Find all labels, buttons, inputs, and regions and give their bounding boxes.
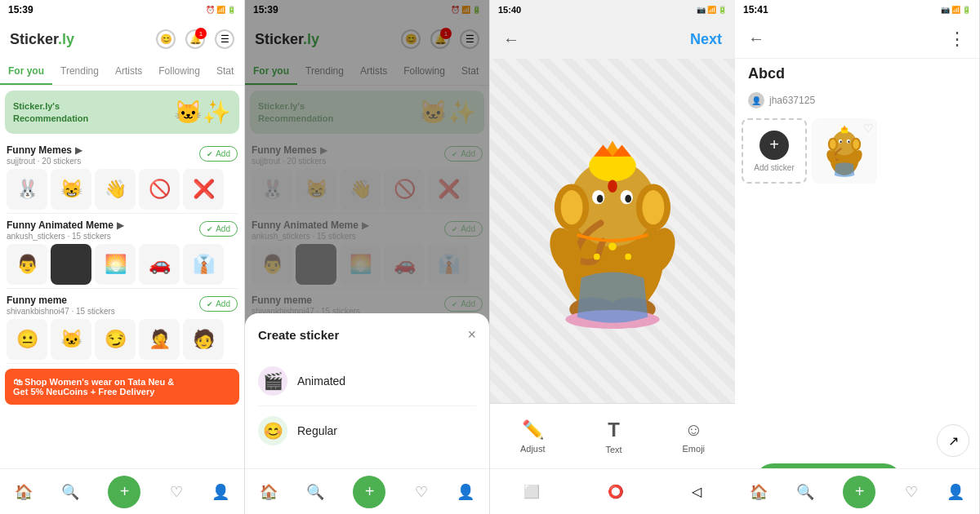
modal-close-button[interactable]: × bbox=[467, 326, 476, 343]
tab-trending[interactable]: Trending bbox=[52, 59, 107, 85]
sticker-thumb-3d[interactable]: 🤦 bbox=[139, 319, 180, 360]
sticker-thumb-2c[interactable]: 🌅 bbox=[95, 244, 136, 285]
nav-add-1[interactable]: + bbox=[108, 476, 140, 508]
add-btn-2[interactable]: Add bbox=[199, 221, 238, 237]
pack-author-2: ankush_stickers bbox=[7, 232, 65, 241]
rec-content: Sticker.ly'sRecommendation bbox=[13, 100, 88, 124]
nav-home-4[interactable]: 🏠 bbox=[750, 483, 768, 501]
nav-search-4[interactable]: 🔍 bbox=[796, 483, 814, 501]
sticker-row-1: 🐰 😸 👋 🚫 ❌ bbox=[7, 169, 238, 210]
nav-profile-4[interactable]: 👤 bbox=[947, 483, 964, 501]
emoji-tool[interactable]: ☺️ Emoji bbox=[683, 419, 706, 454]
svg-point-30 bbox=[853, 140, 859, 149]
nav-search-2[interactable]: 🔍 bbox=[306, 483, 324, 501]
scroll-content-1: Sticker.ly'sRecommendation 🐱✨ Funny Meme… bbox=[0, 86, 244, 514]
sticker-thumb-3b[interactable]: 🐱 bbox=[51, 319, 91, 360]
sticker-thumb-1b[interactable]: 😸 bbox=[51, 169, 91, 210]
sticker-thumb-1e[interactable]: ❌ bbox=[183, 169, 224, 210]
text-icon: T bbox=[608, 419, 620, 441]
author-avatar: 👤 bbox=[748, 92, 764, 109]
sticker-thumb-1a[interactable]: 🐰 bbox=[7, 169, 47, 210]
pack-info-2: Funny Animated Meme ▶ ankush_stickers · … bbox=[7, 217, 124, 241]
sticker-thumb-2d[interactable]: 🚗 bbox=[139, 244, 180, 285]
sticker-row-3: 😐 🐱 😏 🤦 🧑 bbox=[7, 319, 238, 360]
add-sticker-cell[interactable]: + Add sticker bbox=[742, 118, 807, 184]
sticker-thumb-3a[interactable]: 😐 bbox=[7, 319, 47, 360]
emoji-icon: ☺️ bbox=[684, 419, 702, 441]
sticker-thumb-1d[interactable]: 🚫 bbox=[139, 169, 180, 210]
signal-icon-4: 📶 bbox=[951, 6, 960, 14]
animated-option[interactable]: 🎬 Animated bbox=[258, 357, 476, 406]
more-menu-4[interactable]: ⋮ bbox=[948, 29, 966, 50]
pack-detail-header: ← ⋮ bbox=[735, 20, 979, 59]
nav-add-2[interactable]: + bbox=[353, 476, 385, 508]
heart-icon-1[interactable]: ♡ bbox=[863, 122, 874, 135]
emoji-label: Emoji bbox=[683, 444, 706, 454]
stickers-grid: + Add sticker ♡ bbox=[735, 112, 979, 457]
sticker-cell-1[interactable]: ♡ bbox=[812, 118, 877, 184]
time-1: 15:39 bbox=[8, 4, 33, 16]
tab-following[interactable]: Following bbox=[150, 59, 208, 85]
regular-option[interactable]: 😊 Regular bbox=[258, 406, 476, 455]
bottom-nav-2: 🏠 🔍 + ♡ 👤 bbox=[245, 468, 489, 514]
nav-heart-1[interactable]: ♡ bbox=[170, 483, 183, 501]
nav-back-3[interactable]: ◁ bbox=[692, 484, 702, 499]
sticker-thumb-3c[interactable]: 😏 bbox=[95, 319, 136, 360]
editor-canvas bbox=[490, 59, 735, 403]
sticker-thumb-3e[interactable]: 🧑 bbox=[183, 319, 224, 360]
pack-author-row: 👤 jha637125 bbox=[748, 92, 966, 109]
notification-icon[interactable]: 🔔 1 bbox=[185, 29, 205, 49]
recommendation-banner[interactable]: Sticker.ly'sRecommendation 🐱✨ bbox=[5, 91, 239, 134]
nav-home-2[interactable]: 🏠 bbox=[260, 483, 278, 501]
app-header-1: Sticker.ly 😊 🔔 1 ☰ bbox=[0, 20, 244, 59]
sticker-thumb-2a[interactable]: 👨 bbox=[7, 244, 47, 285]
tab-for-you[interactable]: For you bbox=[0, 59, 52, 85]
back-button-3[interactable]: ← bbox=[503, 30, 519, 49]
next-button[interactable]: Next bbox=[690, 31, 722, 48]
panel-2: 15:39 ⏰ 📶 🔋 Sticker.ly 😊 🔔1 ☰ For you Tr… bbox=[245, 0, 490, 514]
author-name: jha637125 bbox=[769, 95, 815, 106]
editor-toolbar: ✏️ Adjust T Text ☺️ Emoji bbox=[490, 403, 735, 468]
nav-search-1[interactable]: 🔍 bbox=[61, 483, 79, 501]
sticker-thumb-2e[interactable]: 👔 bbox=[183, 244, 224, 285]
add-btn-3[interactable]: Add bbox=[199, 296, 238, 312]
face-icon[interactable]: 😊 bbox=[156, 29, 176, 49]
editor-header: ← Next bbox=[490, 20, 735, 59]
nav-heart-2[interactable]: ♡ bbox=[415, 483, 428, 501]
pack-meta-3: shivankbishnoi47 · 15 stickers bbox=[7, 307, 115, 316]
nav-heart-4[interactable]: ♡ bbox=[905, 483, 918, 501]
sticker-thumb-2b[interactable] bbox=[51, 244, 91, 285]
tab-stat[interactable]: Stat bbox=[208, 59, 242, 85]
nav-square-3: ⬜ bbox=[523, 484, 540, 499]
add-btn-1[interactable]: Add bbox=[199, 146, 238, 162]
menu-icon[interactable]: ☰ bbox=[215, 29, 234, 49]
pack-title-1: Funny Memes bbox=[7, 144, 72, 156]
svg-point-6 bbox=[561, 190, 583, 224]
divider-3 bbox=[7, 363, 238, 364]
text-tool[interactable]: T Text bbox=[605, 419, 621, 454]
nav-profile-1[interactable]: 👤 bbox=[212, 483, 229, 501]
nav-home-1[interactable]: 🏠 bbox=[15, 483, 33, 501]
back-button-4[interactable]: ← bbox=[748, 29, 764, 48]
pack-section-1: Funny Memes ▶ sujjtrout · 20 stickers Ad… bbox=[0, 139, 244, 213]
pack-title-2: Funny Animated Meme bbox=[7, 219, 114, 231]
svg-point-20 bbox=[625, 254, 631, 260]
nav-add-4[interactable]: + bbox=[843, 476, 875, 508]
status-bar-4: 15:41 📷 📶 🔋 bbox=[735, 0, 979, 20]
pack-author-3: shivankbishnoi47 bbox=[7, 307, 69, 316]
pack-meta-2: ankush_stickers · 15 stickers bbox=[7, 232, 124, 241]
signal-icon: 📶 bbox=[216, 6, 225, 14]
editor-bottom-nav: ⬜ ⭕ ◁ bbox=[490, 468, 735, 514]
svg-point-11 bbox=[625, 195, 631, 203]
tab-artists[interactable]: Artists bbox=[107, 59, 150, 85]
animated-label: Animated bbox=[297, 374, 345, 388]
nav-profile-2[interactable]: 👤 bbox=[457, 483, 474, 501]
share-button[interactable]: ↗ bbox=[937, 424, 969, 457]
ad-banner[interactable]: 🛍 Shop Women's wear on Tata Neu &Get 5% … bbox=[5, 369, 239, 405]
rec-title: Sticker.ly'sRecommendation bbox=[13, 100, 88, 124]
adjust-tool[interactable]: ✏️ Adjust bbox=[520, 419, 546, 454]
pack-header-2: Funny Animated Meme ▶ ankush_stickers · … bbox=[7, 217, 238, 241]
adjust-label: Adjust bbox=[520, 444, 546, 454]
sticker-thumb-1c[interactable]: 👋 bbox=[95, 169, 136, 210]
regular-icon: 😊 bbox=[258, 416, 287, 445]
